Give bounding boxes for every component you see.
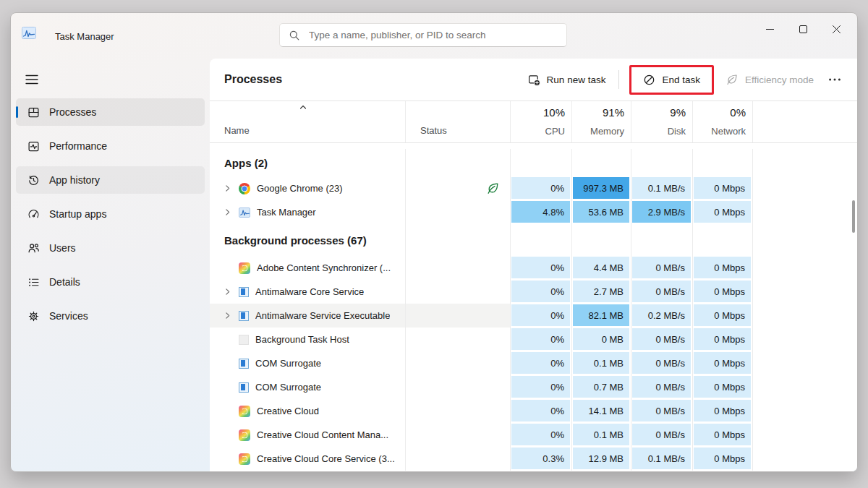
network-cell: 0 Mbps: [693, 304, 753, 328]
sidebar-item-users[interactable]: Users: [16, 234, 205, 262]
processes-icon: [17, 106, 49, 119]
users-icon: [17, 242, 49, 254]
page-title: Processes: [224, 73, 521, 86]
network-cell: 0 Mbps: [693, 423, 753, 447]
process-row[interactable]: Adobe Content Synchronizer (...0%4.4 MB0…: [210, 256, 857, 280]
window-controls: [753, 17, 853, 40]
process-name: Google Chrome (23): [257, 183, 343, 194]
taskmanager-icon: [239, 207, 250, 218]
window-icon: [239, 382, 249, 393]
expand-chevron-icon[interactable]: [223, 311, 239, 320]
column-header-network[interactable]: 0% Network: [693, 101, 753, 142]
process-row[interactable]: Creative Cloud Core Service (3...0.3%12.…: [210, 447, 857, 471]
memory-cell: 4.4 MB: [572, 256, 631, 280]
expand-chevron-icon[interactable]: [223, 184, 239, 193]
efficiency-mode-button[interactable]: Efficiency mode: [718, 67, 821, 92]
more-options-button[interactable]: [821, 72, 848, 87]
main-panel: Processes Run new task: [210, 59, 857, 471]
section-header[interactable]: Apps (2): [210, 149, 857, 176]
process-name: Antimalware Service Executable: [255, 310, 390, 321]
process-name: Creative Cloud Core Service (3...: [257, 453, 395, 464]
cpu-cell: 4.8%: [511, 200, 572, 224]
status-cell: [406, 280, 511, 304]
network-cell: 0 Mbps: [693, 351, 753, 375]
cpu-cell: 0%: [511, 256, 572, 280]
efficiency-leaf-icon: [486, 181, 500, 195]
cpu-cell: 0%: [511, 375, 572, 399]
process-row[interactable]: COM Surrogate0%0.1 MB0 MB/s0 Mbps: [210, 351, 857, 375]
process-name: Creative Cloud Content Mana...: [257, 429, 388, 440]
creative-cloud-icon: [239, 453, 250, 465]
column-header-cpu[interactable]: 10% CPU: [511, 101, 572, 142]
cpu-cell: 0%: [511, 304, 572, 328]
process-row[interactable]: Background Task Host0%0 MB0 MB/s0 Mbps: [210, 328, 857, 351]
sidebar-item-processes[interactable]: Processes: [16, 98, 205, 126]
run-new-task-button[interactable]: Run new task: [521, 68, 613, 92]
annotation-highlight: End task: [629, 65, 714, 95]
process-row[interactable]: Creative Cloud0%14.1 MB0 MB/s0 Mbps: [210, 399, 857, 423]
process-name: Background Task Host: [255, 334, 349, 345]
status-cell: [406, 375, 511, 399]
column-header-name[interactable]: Name: [210, 101, 406, 142]
cpu-cell: 0%: [511, 280, 572, 304]
process-name: Task Manager: [257, 207, 316, 218]
maximize-button[interactable]: [786, 17, 820, 40]
sidebar-item-app-history[interactable]: App history: [16, 166, 205, 194]
sidebar-item-label: Services: [49, 310, 88, 322]
network-cell: 0 Mbps: [693, 399, 753, 423]
search-box[interactable]: [279, 23, 567, 47]
memory-cell: 2.7 MB: [572, 280, 631, 304]
process-row[interactable]: COM Surrogate0%0.7 MB0 MB/s0 Mbps: [210, 375, 857, 399]
process-row[interactable]: Antimalware Service Executable0%82.1 MB0…: [210, 304, 857, 328]
disk-cell: 0 MB/s: [631, 328, 693, 351]
expand-chevron-icon[interactable]: [223, 287, 239, 296]
memory-cell: 53.6 MB: [572, 200, 631, 224]
status-cell: [406, 447, 511, 471]
memory-cell: 997.3 MB: [572, 176, 631, 200]
creative-cloud-icon: [239, 406, 250, 417]
status-cell: [406, 200, 511, 224]
sidebar-item-startup-apps[interactable]: Startup apps: [16, 200, 205, 228]
section-title: Apps (2): [210, 157, 268, 169]
column-header-disk[interactable]: 9% Disk: [631, 101, 693, 142]
search-icon: [289, 30, 300, 41]
search-input[interactable]: [307, 29, 558, 41]
process-row[interactable]: Creative Cloud Content Mana...0%0.1 MB0 …: [210, 423, 857, 447]
vertical-scrollbar[interactable]: [852, 200, 855, 233]
app-history-icon: [17, 174, 49, 187]
blank-icon: [239, 335, 249, 345]
close-button[interactable]: [820, 17, 853, 40]
network-cell: 0 Mbps: [693, 200, 753, 224]
network-cell: 0 Mbps: [693, 176, 753, 200]
process-row[interactable]: Antimalware Core Service0%2.7 MB0 MB/s0 …: [210, 280, 857, 304]
cpu-cell: 0%: [511, 328, 572, 351]
chrome-icon: [239, 183, 250, 194]
expand-chevron-icon[interactable]: [223, 207, 239, 217]
process-name: Adobe Content Synchronizer (...: [257, 262, 391, 273]
toolbar-divider: [618, 70, 619, 89]
processes-table: Name Status 10% CPU 91% Memory 9% Disk: [210, 100, 857, 471]
memory-cell: 0.1 MB: [572, 423, 631, 447]
cpu-cell: 0%: [511, 351, 572, 375]
menu-toggle-button[interactable]: [17, 67, 46, 92]
process-name: Creative Cloud: [257, 406, 319, 416]
sidebar-item-details[interactable]: Details: [16, 268, 205, 296]
process-name: Antimalware Core Service: [255, 286, 364, 297]
sidebar-item-services[interactable]: Services: [16, 302, 205, 330]
cpu-cell: 0.3%: [511, 447, 572, 471]
disk-cell: 0.1 MB/s: [631, 176, 693, 200]
cpu-cell: 0%: [511, 176, 572, 200]
status-cell: [406, 256, 511, 280]
section-header[interactable]: Background processes (67): [210, 224, 857, 256]
column-header-status[interactable]: Status: [406, 101, 511, 142]
sidebar-item-performance[interactable]: Performance: [16, 132, 205, 160]
process-row[interactable]: Task Manager4.8%53.6 MB2.9 MB/s0 Mbps: [210, 200, 857, 224]
memory-cell: 14.1 MB: [572, 399, 631, 423]
end-task-button[interactable]: End task: [636, 68, 707, 92]
process-row[interactable]: Google Chrome (23)0%997.3 MB0.1 MB/s0 Mb…: [210, 176, 857, 200]
table-body: Apps (2)Google Chrome (23)0%997.3 MB0.1 …: [210, 149, 857, 471]
sidebar-item-label: Users: [49, 242, 76, 254]
sidebar-item-label: Processes: [49, 106, 96, 118]
minimize-button[interactable]: [753, 17, 786, 40]
column-header-memory[interactable]: 91% Memory: [572, 101, 631, 142]
